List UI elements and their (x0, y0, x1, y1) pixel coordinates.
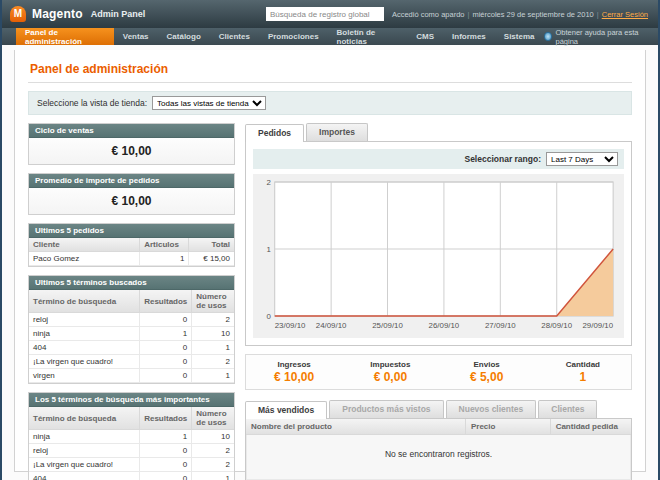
column-header: Número de usos (192, 290, 234, 313)
logo-subtitle: Admin Panel (91, 9, 146, 19)
column-header: Término de búsqueda (29, 290, 140, 313)
column-header: Total (189, 238, 234, 252)
session-info: Accedió como apardo|miércoles 29 de sept… (392, 10, 648, 19)
lifetime-sales-title: Ciclo de ventas (29, 124, 234, 138)
table-row[interactable]: reloj02 (29, 313, 234, 327)
lifetime-sales-box: Ciclo de ventas € 10,00 (28, 123, 235, 165)
store-view-bar: Seleccione la vista de tienda: Todas las… (28, 91, 632, 115)
store-view-label: Seleccione la vista de tienda: (37, 98, 147, 108)
logout-link[interactable]: Cerrar Sesión (602, 10, 648, 19)
column-header: Número de usos (192, 407, 234, 430)
help-link[interactable]: Obtener ayuda para esta página (544, 28, 659, 45)
svg-text:2: 2 (266, 178, 271, 187)
range-select[interactable]: Last 7 Days (546, 152, 618, 166)
svg-text:23/09/10: 23/09/10 (275, 321, 306, 330)
nav-item-sistema[interactable]: Sistema (495, 28, 544, 45)
column-header: Precio (465, 419, 550, 435)
table-row[interactable]: reloj02 (29, 444, 234, 458)
content-area: Panel de administración Seleccione la vi… (14, 50, 646, 472)
orders-area-chart: 01223/09/1024/09/1025/09/1026/09/1027/09… (255, 176, 622, 332)
orders-chart: 01223/09/1024/09/1025/09/1026/09/1027/09… (253, 174, 624, 338)
nav-item-catalogo[interactable]: Catálogo (158, 28, 210, 45)
range-bar: Seleccionar rango: Last 7 Days (253, 149, 624, 169)
nav-item-clientes[interactable]: Clientes (210, 28, 259, 45)
column-header: Resultados (140, 290, 192, 313)
table-row[interactable]: 40401 (29, 341, 234, 355)
table-row[interactable]: ¡La virgen que cuadro!02 (29, 355, 234, 369)
table-row[interactable]: virgen01 (29, 369, 234, 383)
table-row[interactable]: Paco Gomez 1 € 15,00 (29, 252, 234, 266)
page-title: Panel de administración (28, 58, 632, 83)
total-impuestos: Impuestos € 0,00 (342, 360, 438, 384)
range-label: Seleccionar rango: (464, 154, 541, 164)
last-orders-box: Ultimos 5 pedidos Cliente Articulos Tota… (28, 223, 235, 267)
magento-admin-window: M Magento Admin Panel Accedió como apard… (0, 0, 660, 480)
lifetime-sales-value: € 10,00 (29, 138, 234, 164)
total-ingresos: Ingresos € 10,00 (246, 360, 342, 384)
tab-productos-mas-vistos[interactable]: Productos más vistos (329, 400, 443, 418)
column-header: Cliente (29, 238, 140, 252)
nav-item-dashboard[interactable]: Panel de administración (16, 28, 114, 45)
nav-item-boletin[interactable]: Boletín de noticias (328, 28, 408, 45)
help-globe-icon (544, 32, 552, 41)
tab-nuevos-clientes[interactable]: Nuevos clientes (446, 400, 537, 418)
top-search-terms-table: Término de búsqueda Resultados Número de… (29, 407, 234, 480)
nav-item-promociones[interactable]: Promociones (259, 28, 328, 45)
cell-customer: Paco Gomez (29, 252, 140, 266)
nav-item-ventas[interactable]: Ventas (114, 28, 158, 45)
column-header: Nombre del producto (246, 419, 465, 435)
bestsellers-table: Nombre del producto Precio Cantidad pedi… (246, 419, 631, 435)
logo-text: Magento (32, 7, 83, 21)
average-orders-box: Promedio de importe de pedidos € 10,00 (28, 173, 235, 215)
svg-text:1: 1 (266, 245, 271, 254)
totals-box: Ingresos € 10,00 Impuestos € 0,00 Envios… (245, 354, 632, 390)
average-orders-title: Promedio de importe de pedidos (29, 174, 234, 188)
svg-text:0: 0 (266, 312, 271, 321)
current-date: miércoles 29 de septiembre de 2010 (472, 10, 593, 19)
table-row[interactable]: ¡La virgen que cuadro!02 (29, 458, 234, 472)
tab-mas-vendidos[interactable]: Más vendidos (245, 401, 327, 419)
last-search-terms-title: Ultimos 5 términos buscados (29, 276, 234, 290)
table-row[interactable]: ninja110 (29, 327, 234, 341)
chart-panel: Seleccionar rango: Last 7 Days 01223/09/… (245, 141, 632, 346)
dashboard-left-column: Ciclo de ventas € 10,00 Promedio de impo… (28, 123, 235, 480)
cell-total: € 15,00 (189, 252, 234, 266)
nav-item-informes[interactable]: Informes (443, 28, 495, 45)
last-search-terms-table: Término de búsqueda Resultados Número de… (29, 290, 234, 383)
logged-in-as: Accedió como apardo (392, 10, 465, 19)
top-search-terms-box: Los 5 términos de búsqueda más important… (28, 392, 235, 480)
nav-item-cms[interactable]: CMS (407, 28, 443, 45)
tab-clientes[interactable]: Clientes (538, 400, 597, 418)
column-header: Cantidad pedida (550, 419, 631, 435)
average-orders-value: € 10,00 (29, 188, 234, 214)
table-row[interactable]: 40401 (29, 472, 234, 480)
bottom-tabs: Más vendidos Productos más vistos Nuevos… (245, 400, 632, 418)
chart-tabs: Pedidos Importes (245, 123, 632, 141)
main-nav: Panel de administración Ventas Catálogo … (2, 28, 658, 45)
column-header: Término de búsqueda (29, 407, 140, 430)
column-header: Articulos (140, 238, 189, 252)
cell-items: 1 (140, 252, 189, 266)
tab-pedidos[interactable]: Pedidos (245, 124, 304, 142)
svg-text:25/09/10: 25/09/10 (372, 321, 403, 330)
total-envios: Envios € 5,00 (439, 360, 535, 384)
svg-text:29/09/10: 29/09/10 (582, 321, 613, 330)
help-label: Obtener ayuda para esta página (556, 28, 648, 46)
tab-importes[interactable]: Importes (306, 123, 368, 141)
total-cantidad: Cantidad 1 (535, 360, 631, 384)
svg-text:26/09/10: 26/09/10 (429, 321, 460, 330)
magento-logo-icon: M (10, 6, 26, 22)
svg-text:27/09/10: 27/09/10 (485, 321, 516, 330)
global-search-input[interactable] (266, 7, 384, 21)
top-header: M Magento Admin Panel Accedió como apard… (2, 0, 658, 28)
empty-records-message: No se encontraron registros. (246, 435, 631, 480)
svg-text:24/09/10: 24/09/10 (316, 321, 347, 330)
dashboard-right-column: Pedidos Importes Seleccionar rango: Last… (245, 123, 632, 480)
last-search-terms-box: Ultimos 5 términos buscados Término de b… (28, 275, 235, 384)
svg-text:28/09/10: 28/09/10 (541, 321, 572, 330)
top-search-terms-title: Los 5 términos de búsqueda más important… (29, 393, 234, 407)
magento-logo: M Magento Admin Panel (10, 6, 145, 22)
table-row[interactable]: ninja110 (29, 430, 234, 444)
last-orders-title: Ultimos 5 pedidos (29, 224, 234, 238)
store-view-select[interactable]: Todas las vistas de tienda (152, 96, 266, 110)
